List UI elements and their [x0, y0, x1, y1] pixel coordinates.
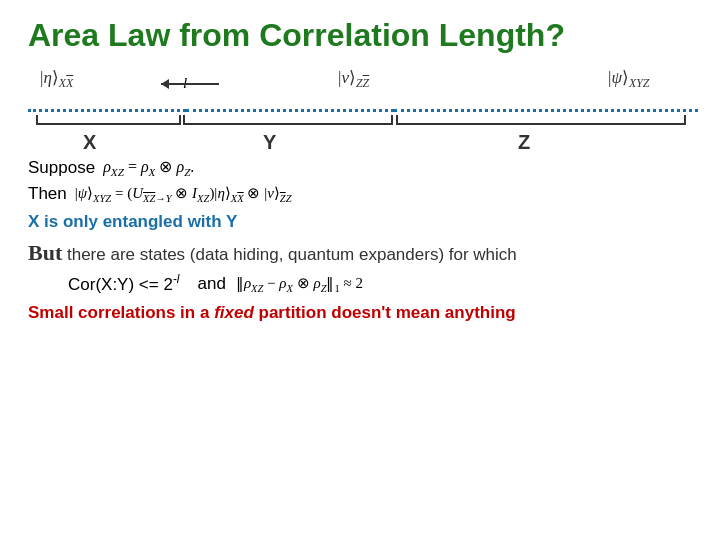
suppose-label: Suppose [28, 158, 95, 178]
but-text: there are states (data hiding, quantum e… [67, 245, 517, 264]
then-row: Then |ψ⟩XYZ = (UXZ→Y ⊗ IXZ)|η⟩XX ⊗ |ν⟩ZZ [28, 184, 692, 204]
cor-left: Cor(X:Y) <= 2-l [68, 272, 180, 295]
page-title: Area Law from Correlation Length? [28, 18, 692, 53]
then-label: Then [28, 184, 67, 204]
then-equation: |ψ⟩XYZ = (UXZ→Y ⊗ IXZ)|η⟩XX ⊗ |ν⟩ZZ [75, 184, 292, 204]
label-z: Z [518, 131, 530, 154]
math-nu-label: |ν⟩ZZ [338, 67, 369, 91]
suppose-row: Suppose ρXZ = ρX ⊗ ρZ. [28, 157, 692, 178]
dot-line [28, 105, 698, 115]
and-word: and [198, 274, 226, 294]
l-arrow [161, 83, 219, 85]
bracket-y [183, 115, 393, 125]
suppose-equation: ρXZ = ρX ⊗ ρZ. [103, 157, 194, 178]
math-eta-label: |η⟩XX [40, 67, 73, 91]
but-row: But there are states (data hiding, quant… [28, 240, 692, 266]
page-container: Area Law from Correlation Length? |η⟩XX … [0, 0, 720, 540]
label-y: Y [263, 131, 276, 154]
label-x: X [83, 131, 96, 154]
cor-row: Cor(X:Y) <= 2-l and ‖ρXZ − ρX ⊗ ρZ‖1 ≈ 2 [68, 272, 692, 295]
diagram: |η⟩XX l |ν⟩ZZ |ψ⟩XYZ X Y Z [28, 63, 708, 153]
bottom-row: Small correlations in a fixed partition … [28, 303, 692, 323]
bracket-z [396, 115, 686, 125]
bracket-x [36, 115, 181, 125]
norm-equation: ‖ρXZ − ρX ⊗ ρZ‖1 ≈ 2 [236, 274, 363, 294]
math-psi-top-label: |ψ⟩XYZ [608, 67, 649, 91]
entangled-row: X is only entangled with Y [28, 212, 692, 232]
content-area: Suppose ρXZ = ρX ⊗ ρZ. Then |ψ⟩XYZ = (UX… [28, 157, 692, 323]
but-word: But [28, 240, 62, 265]
